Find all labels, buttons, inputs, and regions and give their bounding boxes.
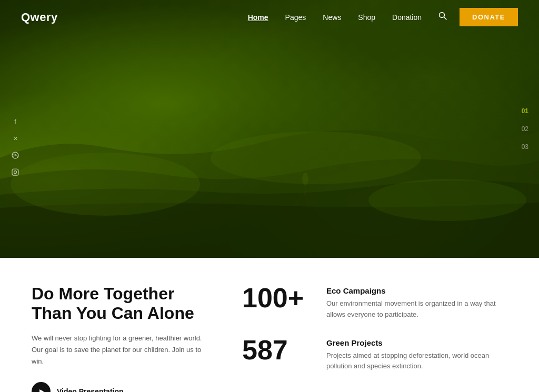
- section-title: Do More Together Than You Can Alone: [32, 284, 211, 323]
- nav-item-news[interactable]: News: [323, 13, 341, 22]
- stat-info-2: Green Projects Projects aimed at stoppin…: [326, 336, 507, 373]
- nav-item-donation[interactable]: Donation: [392, 13, 422, 22]
- nav-item-home[interactable]: Home: [248, 13, 268, 22]
- svg-point-3: [302, 173, 308, 185]
- brand-logo[interactable]: Qwery: [21, 11, 58, 24]
- stat-desc-2: Projects aimed at stopping deforestation…: [326, 350, 507, 373]
- svg-point-1: [211, 132, 421, 184]
- nav-item-pages[interactable]: Pages: [285, 13, 306, 22]
- svg-line-6: [444, 17, 447, 20]
- dribbble-icon[interactable]: [11, 150, 20, 160]
- video-presentation-button[interactable]: ▶ Video Presentation: [32, 382, 211, 392]
- facebook-icon[interactable]: f: [11, 117, 20, 126]
- svg-rect-8: [12, 169, 18, 175]
- slide-indicators: 01 02 03: [522, 107, 528, 150]
- instagram-icon[interactable]: [11, 167, 20, 177]
- stat-desc-1: Our environmental movement is organized …: [326, 298, 507, 320]
- stat-number-2: 587: [242, 336, 316, 373]
- stat-title-1: Eco Campaigns: [326, 286, 507, 295]
- donate-button[interactable]: DONATE: [460, 8, 518, 26]
- slide-indicator-3[interactable]: 03: [522, 143, 528, 150]
- svg-point-10: [17, 170, 17, 170]
- svg-rect-4: [304, 184, 306, 195]
- bottom-left-panel: Do More Together Than You Can Alone We w…: [32, 284, 211, 392]
- svg-point-0: [11, 153, 200, 216]
- section-description: We will never stop fighting for a greene…: [32, 333, 211, 367]
- stat-number-1: 100+: [242, 284, 316, 320]
- nav-item-shop[interactable]: Shop: [358, 13, 375, 22]
- bottom-section: Do More Together Than You Can Alone We w…: [0, 258, 539, 392]
- svg-point-9: [14, 171, 17, 174]
- twitter-icon[interactable]: ✕: [11, 134, 20, 143]
- play-icon: ▶: [39, 388, 44, 392]
- slide-indicator-2[interactable]: 02: [522, 125, 528, 133]
- slide-indicator-1[interactable]: 01: [522, 107, 528, 115]
- social-sidebar: f ✕: [11, 117, 20, 177]
- play-button[interactable]: ▶: [32, 382, 51, 392]
- video-label: Video Presentation: [57, 387, 124, 392]
- stats-panel: 100+ Eco Campaigns Our environmental mov…: [242, 284, 507, 392]
- stat-title-2: Green Projects: [326, 338, 507, 347]
- search-icon: [438, 12, 447, 20]
- stat-info-1: Eco Campaigns Our environmental movement…: [326, 284, 507, 320]
- nav-links: Home Pages News Shop Donation: [248, 13, 422, 22]
- search-button[interactable]: [438, 12, 447, 23]
- svg-point-2: [368, 179, 526, 221]
- navbar: Qwery Home Pages News Shop Donation DONA…: [0, 0, 539, 34]
